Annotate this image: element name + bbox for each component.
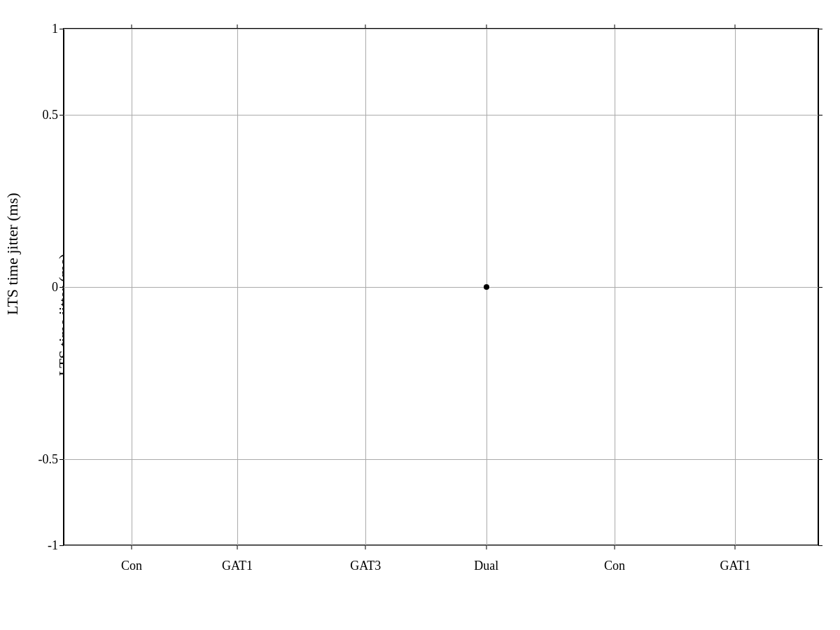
y-tickmark-right-0 <box>818 287 822 288</box>
x-gridline-gat1-1 <box>237 29 238 545</box>
x-gridline-gat1-2 <box>735 29 736 545</box>
x-tickmark-bot-con1 <box>132 545 132 550</box>
plot-area: 1 0.5 0 -0.5 -1 Con GAT1 <box>63 28 819 546</box>
x-tickmark-bot-gat3 <box>365 545 366 550</box>
y-label-n1: -1 <box>48 538 58 553</box>
chart-container: LTS time jitter (ms) 1 0.5 0 -0.5 -1 <box>0 0 840 630</box>
x-tickmark-top-gat1-2 <box>735 24 736 29</box>
y-tickmark-right-n05 <box>818 459 822 460</box>
x-tickmark-top-con2 <box>614 24 615 29</box>
y-gridline-n1 <box>64 545 818 546</box>
y-tickmark-right-05 <box>818 115 822 115</box>
x-label-dual: Dual <box>474 559 498 573</box>
x-tickmark-bot-con2 <box>614 545 615 550</box>
x-label-con1: Con <box>121 559 142 573</box>
data-point-dual-0 <box>484 284 489 290</box>
y-label-1: 1 <box>52 22 58 36</box>
x-tickmark-top-dual <box>486 24 486 29</box>
x-label-gat3: GAT3 <box>350 559 381 573</box>
x-gridline-gat3 <box>365 29 366 545</box>
y-gridline-n05 <box>64 459 818 460</box>
y-gridline-05 <box>64 115 818 115</box>
x-tickmark-top-gat1-1 <box>237 24 237 29</box>
x-tickmark-bot-gat1-2 <box>735 545 736 550</box>
x-tickmark-bot-gat1-1 <box>237 545 237 550</box>
x-tickmark-bot-dual <box>486 545 486 550</box>
y-axis-title: LTS time jitter (ms) <box>4 192 22 315</box>
y-tickmark-left-0 <box>59 287 64 288</box>
y-tickmark-left-05 <box>59 115 64 115</box>
x-label-gat1-2: GAT1 <box>720 559 750 573</box>
x-label-con2: Con <box>604 559 625 573</box>
x-label-gat1-1: GAT1 <box>222 559 253 573</box>
x-tickmark-top-con1 <box>132 24 132 29</box>
y-label-05: 0.5 <box>43 108 59 122</box>
y-tickmark-left-n05 <box>59 459 64 460</box>
y-gridline-1 <box>64 29 818 29</box>
y-label-n05: -0.5 <box>38 451 59 466</box>
y-tickmark-left-n1 <box>59 545 64 546</box>
x-gridline-con2 <box>615 29 615 545</box>
y-gridline-0 <box>64 287 818 288</box>
y-tickmark-right-n1 <box>818 545 822 546</box>
y-label-0: 0 <box>52 280 58 295</box>
y-tickmark-left-1 <box>59 29 64 29</box>
y-tickmark-right-1 <box>818 29 822 29</box>
x-gridline-con1 <box>132 29 132 545</box>
x-tickmark-top-gat3 <box>365 24 366 29</box>
